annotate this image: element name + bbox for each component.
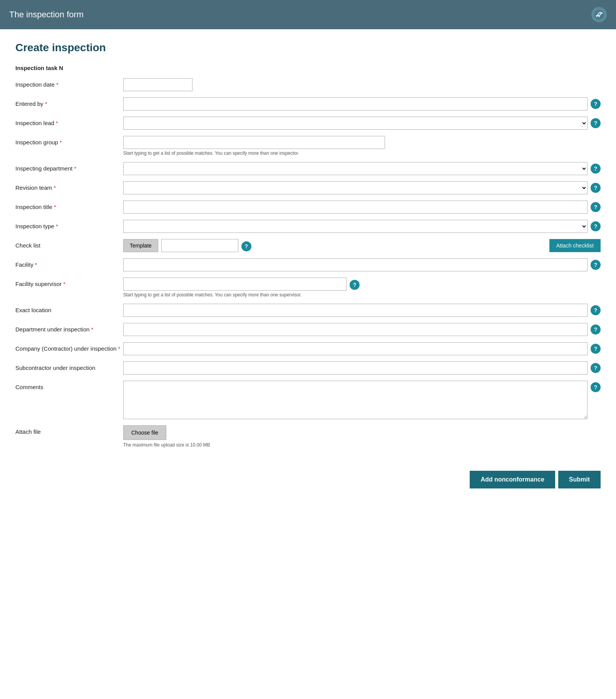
facility-label: Facility * — [15, 258, 123, 268]
facility-supervisor-input[interactable] — [123, 278, 346, 291]
revision-team-row: Revision team * ? — [15, 181, 601, 194]
exact-location-input[interactable] — [123, 304, 588, 317]
checklist-row: Check list Template ? Attach checklist — [15, 239, 601, 252]
company-contractor-help[interactable]: ? — [591, 344, 601, 354]
comments-textarea[interactable] — [123, 381, 588, 419]
exact-location-label: Exact location — [15, 304, 123, 313]
inspection-title-label: Inspection title * — [15, 201, 123, 210]
inspecting-department-row: Inspecting department * ? — [15, 162, 601, 175]
revision-team-help[interactable]: ? — [591, 183, 601, 193]
facility-supervisor-label: Facility supervisor * — [15, 278, 123, 287]
main-content: Create inspection Inspection task N Insp… — [0, 29, 616, 699]
inspection-title-row: Inspection title * ? — [15, 201, 601, 214]
facility-supervisor-hint: Start typing to get a list of possible m… — [123, 292, 601, 298]
inspection-group-row: Inspection group * Start typing to get a… — [15, 136, 601, 156]
checklist-label: Check list — [15, 239, 123, 249]
inspection-group-hint: Start typing to get a list of possible m… — [123, 151, 601, 156]
facility-input[interactable] — [123, 258, 588, 271]
department-under-inspection-help[interactable]: ? — [591, 324, 601, 334]
entered-by-label: Entered by * — [15, 97, 123, 107]
department-under-inspection-input[interactable] — [123, 323, 588, 336]
facility-supervisor-row: Facility supervisor * ? Start typing to … — [15, 278, 601, 298]
comments-help[interactable]: ? — [591, 382, 601, 392]
entered-by-input[interactable] — [123, 97, 588, 110]
subcontractor-help[interactable]: ? — [591, 363, 601, 373]
add-nonconformance-button[interactable]: Add nonconformance — [470, 471, 555, 488]
facility-row: Facility * ? — [15, 258, 601, 271]
top-bar-title: The inspection form — [9, 10, 84, 20]
inspection-lead-row: Inspection lead * ? — [15, 117, 601, 130]
inspection-title-input[interactable] — [123, 201, 588, 214]
exact-location-help[interactable]: ? — [591, 305, 601, 315]
submit-button[interactable]: Submit — [558, 471, 601, 488]
inspection-type-select[interactable] — [123, 220, 588, 233]
subcontractor-input[interactable] — [123, 361, 588, 375]
company-contractor-row: Company (Contractor) under inspection * … — [15, 342, 601, 355]
inspecting-department-select[interactable] — [123, 162, 588, 175]
exact-location-row: Exact location ? — [15, 304, 601, 317]
inspection-date-input[interactable] — [123, 78, 192, 91]
section-label: Inspection task N — [15, 65, 601, 71]
subcontractor-row: Subcontractor under inspection ? — [15, 361, 601, 375]
inspection-lead-label: Inspection lead * — [15, 117, 123, 126]
company-contractor-input[interactable] — [123, 342, 588, 355]
inspection-lead-help[interactable]: ? — [591, 118, 601, 128]
inspection-lead-select[interactable] — [123, 117, 588, 130]
footer-actions: Add nonconformance Submit — [15, 463, 601, 488]
inspection-type-label: Inspection type * — [15, 220, 123, 229]
entered-by-help[interactable]: ? — [591, 99, 601, 109]
revision-team-select[interactable] — [123, 181, 588, 194]
template-button[interactable]: Template — [123, 239, 158, 252]
inspection-date-label: Inspection date * — [15, 78, 123, 88]
page-title: Create inspection — [15, 42, 601, 54]
facility-help[interactable]: ? — [591, 260, 601, 270]
revision-team-label: Revision team * — [15, 181, 123, 191]
company-contractor-label: Company (Contractor) under inspection * — [15, 342, 123, 352]
attach-checklist-button[interactable]: Attach checklist — [549, 239, 601, 252]
inspecting-department-label: Inspecting department * — [15, 162, 123, 172]
entered-by-row: Entered by * ? — [15, 97, 601, 110]
inspection-date-row: Inspection date * — [15, 78, 601, 91]
checklist-input[interactable] — [161, 239, 238, 252]
inspecting-department-help[interactable]: ? — [591, 164, 601, 174]
checklist-help[interactable]: ? — [241, 241, 251, 251]
comments-row: Comments ? — [15, 381, 601, 419]
subcontractor-label: Subcontractor under inspection — [15, 361, 123, 371]
department-under-inspection-label: Department under inspection * — [15, 323, 123, 333]
attach-file-label: Attach file — [15, 425, 123, 435]
top-bar-logo — [591, 7, 607, 22]
top-bar: The inspection form — [0, 0, 616, 29]
attach-file-row: Attach file Choose file The maximum file… — [15, 425, 601, 448]
comments-label: Comments — [15, 381, 123, 390]
inspection-group-input[interactable] — [123, 136, 385, 149]
inspection-type-row: Inspection type * ? — [15, 220, 601, 233]
choose-file-button[interactable]: Choose file — [123, 425, 166, 440]
inspection-group-label: Inspection group * — [15, 136, 123, 145]
department-under-inspection-row: Department under inspection * ? — [15, 323, 601, 336]
facility-supervisor-help[interactable]: ? — [350, 280, 360, 290]
inspection-type-help[interactable]: ? — [591, 221, 601, 231]
svg-point-0 — [594, 10, 604, 20]
file-size-hint: The maximum file upload size is 10.00 MB — [123, 442, 601, 448]
inspection-title-help[interactable]: ? — [591, 202, 601, 212]
